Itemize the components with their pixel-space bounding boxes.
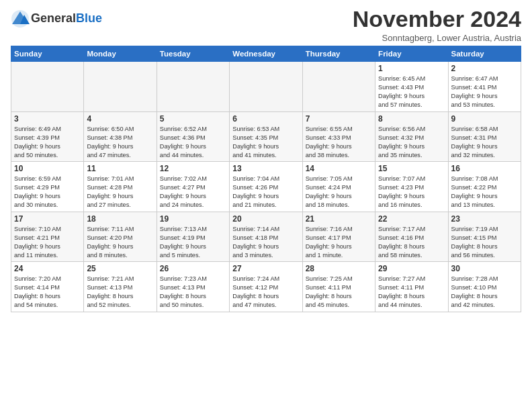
day-info: Sunrise: 6:47 AM Sunset: 4:41 PM Dayligh… — [451, 75, 518, 109]
day-info: Sunrise: 7:08 AM Sunset: 4:22 PM Dayligh… — [451, 175, 518, 210]
calendar-cell: 21Sunrise: 7:16 AM Sunset: 4:17 PM Dayli… — [302, 212, 375, 262]
calendar-week-4: 17Sunrise: 7:10 AM Sunset: 4:21 PM Dayli… — [11, 212, 521, 262]
day-number: 12 — [160, 164, 226, 173]
calendar-cell: 1Sunrise: 6:45 AM Sunset: 4:43 PM Daylig… — [375, 62, 448, 112]
col-friday: Friday — [375, 46, 448, 62]
day-info: Sunrise: 6:59 AM Sunset: 4:29 PM Dayligh… — [14, 175, 81, 210]
calendar-week-5: 24Sunrise: 7:20 AM Sunset: 4:14 PM Dayli… — [11, 262, 521, 312]
calendar-cell: 17Sunrise: 7:10 AM Sunset: 4:21 PM Dayli… — [11, 212, 84, 262]
day-info: Sunrise: 7:10 AM Sunset: 4:21 PM Dayligh… — [14, 225, 81, 260]
col-wednesday: Wednesday — [230, 46, 302, 62]
day-number: 8 — [378, 114, 445, 124]
logo-icon — [11, 9, 30, 28]
calendar-cell: 23Sunrise: 7:19 AM Sunset: 4:15 PM Dayli… — [448, 212, 521, 262]
day-number: 15 — [378, 164, 445, 173]
day-info: Sunrise: 7:04 AM Sunset: 4:26 PM Dayligh… — [232, 175, 299, 210]
calendar-cell: 6Sunrise: 6:53 AM Sunset: 4:35 PM Daylig… — [230, 111, 302, 162]
calendar-cell: 2Sunrise: 6:47 AM Sunset: 4:41 PM Daylig… — [448, 62, 521, 112]
day-number: 10 — [14, 164, 81, 173]
calendar-cell: 3Sunrise: 6:49 AM Sunset: 4:39 PM Daylig… — [11, 111, 84, 162]
day-number: 23 — [451, 214, 518, 224]
day-number: 24 — [14, 264, 81, 273]
calendar-cell — [11, 62, 84, 112]
day-number: 16 — [451, 164, 518, 173]
day-info: Sunrise: 7:24 AM Sunset: 4:12 PM Dayligh… — [232, 275, 299, 310]
day-number: 19 — [160, 214, 226, 224]
calendar-week-2: 3Sunrise: 6:49 AM Sunset: 4:39 PM Daylig… — [11, 111, 521, 162]
day-number: 11 — [87, 164, 153, 173]
day-number: 22 — [378, 214, 445, 224]
calendar-cell: 7Sunrise: 6:55 AM Sunset: 4:33 PM Daylig… — [302, 111, 375, 162]
calendar-cell — [84, 62, 157, 112]
day-number: 29 — [378, 264, 445, 273]
day-info: Sunrise: 6:55 AM Sunset: 4:33 PM Dayligh… — [306, 125, 372, 160]
day-info: Sunrise: 6:50 AM Sunset: 4:38 PM Dayligh… — [87, 125, 153, 160]
day-number: 30 — [451, 264, 518, 273]
day-number: 17 — [14, 214, 81, 224]
day-number: 18 — [87, 214, 153, 224]
day-info: Sunrise: 7:27 AM Sunset: 4:11 PM Dayligh… — [378, 275, 445, 310]
page-container: GeneralBlue November 2024 Sonntagberg, L… — [0, 0, 532, 319]
calendar-cell: 24Sunrise: 7:20 AM Sunset: 4:14 PM Dayli… — [11, 262, 84, 312]
calendar-cell: 8Sunrise: 6:56 AM Sunset: 4:32 PM Daylig… — [375, 111, 448, 162]
day-number: 6 — [232, 114, 299, 124]
day-info: Sunrise: 6:49 AM Sunset: 4:39 PM Dayligh… — [14, 125, 81, 160]
calendar-cell: 12Sunrise: 7:02 AM Sunset: 4:27 PM Dayli… — [157, 162, 229, 212]
calendar-cell: 28Sunrise: 7:25 AM Sunset: 4:11 PM Dayli… — [302, 262, 375, 312]
day-info: Sunrise: 7:28 AM Sunset: 4:10 PM Dayligh… — [451, 275, 518, 310]
day-info: Sunrise: 7:21 AM Sunset: 4:13 PM Dayligh… — [87, 275, 153, 310]
day-info: Sunrise: 6:58 AM Sunset: 4:31 PM Dayligh… — [451, 125, 518, 160]
day-number: 3 — [14, 114, 81, 124]
calendar-cell: 11Sunrise: 7:01 AM Sunset: 4:28 PM Dayli… — [84, 162, 157, 212]
day-info: Sunrise: 7:14 AM Sunset: 4:18 PM Dayligh… — [232, 225, 299, 260]
calendar-cell: 9Sunrise: 6:58 AM Sunset: 4:31 PM Daylig… — [448, 111, 521, 162]
calendar-table: Sunday Monday Tuesday Wednesday Thursday… — [11, 46, 521, 312]
col-saturday: Saturday — [448, 46, 521, 62]
day-info: Sunrise: 7:25 AM Sunset: 4:11 PM Dayligh… — [306, 275, 372, 310]
col-thursday: Thursday — [302, 46, 375, 62]
day-info: Sunrise: 7:19 AM Sunset: 4:15 PM Dayligh… — [451, 225, 518, 260]
day-number: 7 — [306, 114, 372, 124]
calendar-cell — [230, 62, 302, 112]
logo: GeneralBlue — [11, 9, 102, 28]
day-number: 14 — [306, 164, 372, 173]
calendar-cell: 25Sunrise: 7:21 AM Sunset: 4:13 PM Dayli… — [84, 262, 157, 312]
day-info: Sunrise: 7:07 AM Sunset: 4:23 PM Dayligh… — [378, 175, 445, 210]
calendar-cell: 18Sunrise: 7:11 AM Sunset: 4:20 PM Dayli… — [84, 212, 157, 262]
calendar-cell: 13Sunrise: 7:04 AM Sunset: 4:26 PM Dayli… — [230, 162, 302, 212]
header: GeneralBlue November 2024 Sonntagberg, L… — [11, 7, 521, 43]
day-info: Sunrise: 6:45 AM Sunset: 4:43 PM Dayligh… — [378, 75, 445, 109]
calendar-cell: 5Sunrise: 6:52 AM Sunset: 4:36 PM Daylig… — [157, 111, 229, 162]
calendar-cell: 27Sunrise: 7:24 AM Sunset: 4:12 PM Dayli… — [230, 262, 302, 312]
day-info: Sunrise: 6:52 AM Sunset: 4:36 PM Dayligh… — [160, 125, 226, 160]
calendar-cell: 14Sunrise: 7:05 AM Sunset: 4:24 PM Dayli… — [302, 162, 375, 212]
day-number: 13 — [232, 164, 299, 173]
logo-text-line1: GeneralBlue — [31, 12, 102, 26]
day-info: Sunrise: 7:13 AM Sunset: 4:19 PM Dayligh… — [160, 225, 226, 260]
calendar-cell: 20Sunrise: 7:14 AM Sunset: 4:18 PM Dayli… — [230, 212, 302, 262]
day-info: Sunrise: 7:17 AM Sunset: 4:16 PM Dayligh… — [378, 225, 445, 260]
day-number: 27 — [232, 264, 299, 273]
calendar-week-3: 10Sunrise: 6:59 AM Sunset: 4:29 PM Dayli… — [11, 162, 521, 212]
day-info: Sunrise: 7:20 AM Sunset: 4:14 PM Dayligh… — [14, 275, 81, 310]
day-info: Sunrise: 7:11 AM Sunset: 4:20 PM Dayligh… — [87, 225, 153, 260]
calendar-cell: 22Sunrise: 7:17 AM Sunset: 4:16 PM Dayli… — [375, 212, 448, 262]
day-number: 20 — [232, 214, 299, 224]
calendar-cell: 4Sunrise: 6:50 AM Sunset: 4:38 PM Daylig… — [84, 111, 157, 162]
calendar-cell — [157, 62, 229, 112]
day-number: 2 — [451, 64, 518, 73]
day-info: Sunrise: 6:53 AM Sunset: 4:35 PM Dayligh… — [232, 125, 299, 160]
day-number: 9 — [451, 114, 518, 124]
header-row: Sunday Monday Tuesday Wednesday Thursday… — [11, 46, 521, 62]
calendar-week-1: 1Sunrise: 6:45 AM Sunset: 4:43 PM Daylig… — [11, 62, 521, 112]
calendar-cell: 16Sunrise: 7:08 AM Sunset: 4:22 PM Dayli… — [448, 162, 521, 212]
calendar-cell: 10Sunrise: 6:59 AM Sunset: 4:29 PM Dayli… — [11, 162, 84, 212]
day-number: 21 — [306, 214, 372, 224]
calendar-cell: 29Sunrise: 7:27 AM Sunset: 4:11 PM Dayli… — [375, 262, 448, 312]
col-sunday: Sunday — [11, 46, 84, 62]
calendar-cell: 19Sunrise: 7:13 AM Sunset: 4:19 PM Dayli… — [157, 212, 229, 262]
day-info: Sunrise: 6:56 AM Sunset: 4:32 PM Dayligh… — [378, 125, 445, 160]
calendar-cell: 15Sunrise: 7:07 AM Sunset: 4:23 PM Dayli… — [375, 162, 448, 212]
day-number: 1 — [378, 64, 445, 73]
day-info: Sunrise: 7:05 AM Sunset: 4:24 PM Dayligh… — [306, 175, 372, 210]
